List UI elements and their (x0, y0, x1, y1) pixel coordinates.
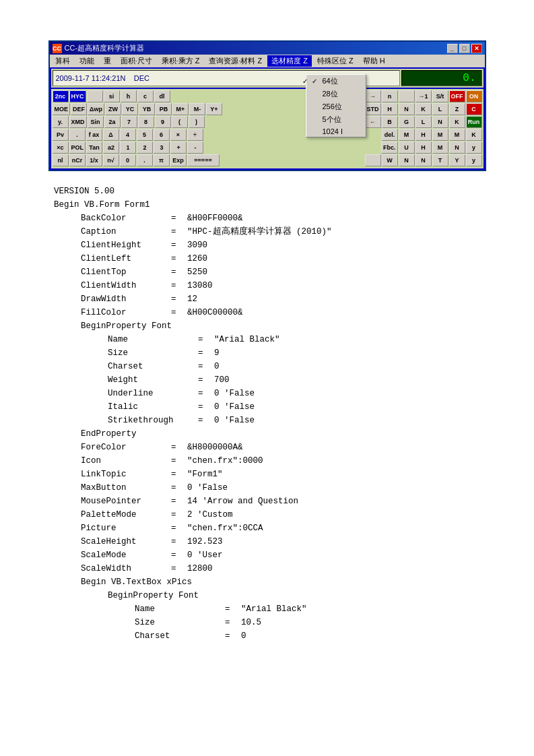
btn-a2[interactable]: a2 (103, 141, 119, 154)
btn-empty-1[interactable] (87, 90, 103, 102)
btn-std[interactable]: STD (365, 103, 381, 115)
btn-del[interactable]: del. (382, 129, 398, 141)
btn-right-arrow[interactable]: → (365, 90, 381, 102)
btn-plus[interactable]: + (170, 141, 187, 154)
btn-2nc[interactable]: 2nc (53, 90, 69, 102)
btn-T6[interactable]: T (432, 154, 448, 166)
btn-N3[interactable]: N (432, 116, 448, 128)
btn-0[interactable]: 0 (120, 154, 136, 166)
menu-item-special[interactable]: 特殊区位 Z (313, 55, 358, 67)
btn-yc[interactable]: YC (122, 103, 138, 115)
btn-zw[interactable]: ZW (105, 103, 121, 115)
btn-H5[interactable]: H (415, 141, 432, 154)
btn-H4[interactable]: H (415, 129, 432, 141)
btn-L2[interactable]: L (432, 103, 448, 115)
btn-arrow1[interactable]: →1 (415, 90, 432, 102)
btn-pi[interactable]: π (154, 154, 170, 166)
btn-dl[interactable]: dl (154, 90, 170, 102)
btn-9[interactable]: 9 (155, 116, 171, 128)
dropdown-item-64[interactable]: ✓ 64位 (306, 75, 366, 88)
close-button[interactable]: ✕ (471, 44, 482, 53)
btn-c[interactable]: c (137, 90, 154, 102)
btn-pv[interactable]: Pv (53, 129, 69, 141)
btn-delta[interactable]: Δ (103, 129, 119, 141)
btn-hyc[interactable]: HYC (69, 90, 86, 102)
btn-st[interactable]: S/t (432, 90, 448, 102)
btn-ydot[interactable]: y. (53, 116, 69, 128)
btn-fbc[interactable]: Fbc. (381, 141, 398, 154)
menu-item-precision[interactable]: 选材精度 Z (267, 55, 312, 67)
btn-pol[interactable]: POL (69, 141, 86, 154)
btn-mminus[interactable]: M- (189, 103, 205, 115)
btn-lparen[interactable]: ( (172, 116, 188, 128)
btn-rparen[interactable]: ) (189, 116, 205, 128)
btn-ncr[interactable]: nCr (69, 154, 86, 166)
btn-nl[interactable]: nl (53, 154, 69, 166)
btn-tan[interactable]: Tan (86, 141, 102, 154)
btn-fax[interactable]: f ax (86, 129, 102, 141)
minimize-button[interactable]: _ (447, 44, 458, 53)
btn-1[interactable]: 1 (120, 141, 136, 154)
btn-back[interactable]: ← (365, 116, 381, 128)
btn-H2[interactable]: H (382, 103, 398, 115)
btn-off[interactable]: OFF (449, 90, 465, 102)
btn-N5[interactable]: N (449, 141, 465, 154)
menu-item-resource[interactable]: 查询资源·材料 Z (205, 55, 266, 67)
btn-xc[interactable]: ×c (53, 141, 69, 154)
btn-on[interactable]: ON (466, 90, 482, 102)
btn-M4[interactable]: M (399, 129, 415, 141)
btn-exp[interactable]: Exp (170, 154, 187, 166)
btn-decimal[interactable]: . (137, 154, 153, 166)
btn-2a[interactable]: 2a (104, 116, 121, 128)
btn-Y6[interactable]: Y (449, 154, 465, 166)
btn-dot2[interactable]: . (69, 129, 86, 141)
btn-U5[interactable]: U (399, 141, 415, 154)
btn-L3[interactable]: L (415, 116, 432, 128)
btn-K2[interactable]: K (415, 103, 432, 115)
btn-xmd[interactable]: XMD (69, 116, 87, 128)
btn-K3[interactable]: K (449, 116, 465, 128)
menu-item-zhong[interactable]: 重 (100, 55, 115, 67)
btn-sin[interactable]: Sin (88, 116, 104, 128)
btn-yplus[interactable]: Y+ (206, 103, 222, 115)
btn-pb[interactable]: PB (156, 103, 172, 115)
btn-2[interactable]: 2 (137, 141, 153, 154)
dropdown-item-1024[interactable]: 1024 I (306, 126, 366, 137)
btn-recip[interactable]: 1/x (86, 154, 102, 166)
menu-item-suanke[interactable]: 算科 (51, 55, 74, 67)
btn-N2[interactable]: N (399, 103, 415, 115)
btn-8[interactable]: 8 (138, 116, 154, 128)
btn-M4c[interactable]: M (449, 129, 465, 141)
btn-moe[interactable]: MOE (53, 103, 71, 115)
maximize-button[interactable]: □ (459, 44, 470, 53)
btn-C[interactable]: C (466, 103, 482, 115)
btn-nroot[interactable]: n√ (103, 154, 119, 166)
btn-n1[interactable]: n (382, 90, 398, 102)
btn-5[interactable]: 5 (137, 129, 153, 141)
btn-M5[interactable]: M (432, 141, 448, 154)
btn-6[interactable]: 6 (154, 129, 170, 141)
btn-y6[interactable]: y (466, 154, 482, 166)
btn-h[interactable]: h (121, 90, 137, 102)
btn-mplus[interactable]: M+ (172, 103, 189, 115)
btn-Z2[interactable]: Z (449, 103, 465, 115)
btn-equals[interactable]: ===== (187, 154, 220, 166)
btn-minus[interactable]: - (187, 141, 203, 154)
menu-item-power[interactable]: 乘积·乘方 Z (158, 55, 204, 67)
menu-item-area[interactable]: 面积·尺寸 (116, 55, 156, 67)
btn-3[interactable]: 3 (154, 141, 170, 154)
btn-dwp[interactable]: Δwp (88, 103, 104, 115)
btn-4[interactable]: 4 (120, 129, 136, 141)
btn-y5[interactable]: y (466, 141, 482, 154)
btn-yb[interactable]: YB (139, 103, 155, 115)
btn-M4b[interactable]: M (432, 129, 448, 141)
btn-N6b[interactable]: N (415, 154, 432, 166)
dropdown-item-5[interactable]: 5个位 (306, 113, 366, 126)
btn-K4[interactable]: K (466, 129, 482, 141)
btn-G3[interactable]: G (399, 116, 415, 128)
btn-empty-r6[interactable] (365, 154, 381, 166)
btn-B3[interactable]: B (382, 116, 398, 128)
btn-def[interactable]: DEF (71, 103, 87, 115)
btn-7[interactable]: 7 (121, 116, 137, 128)
btn-W6[interactable]: W (382, 154, 398, 166)
